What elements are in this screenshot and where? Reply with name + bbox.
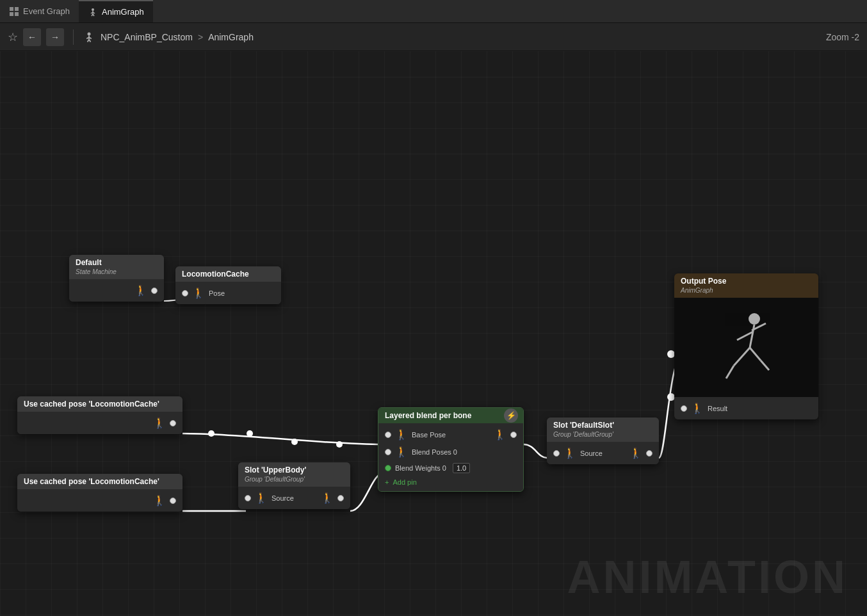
figure-icon: 🚶 — [192, 287, 205, 299]
node-use-cached-2-header: Use cached pose 'LocomotionCache' — [17, 474, 182, 489]
node-slot-upperbody-body: 🚶 Source 🚶 — [238, 487, 350, 509]
blend-weights-label: Blend Weights 0 — [395, 464, 446, 472]
base-pose-label: Base Pose — [412, 431, 446, 439]
svg-point-4 — [92, 8, 94, 11]
forward-button[interactable]: → — [46, 28, 64, 46]
node-slot-default[interactable]: Slot 'DefaultSlot' Group 'DefaultGroup' … — [547, 417, 659, 464]
input-pin[interactable] — [245, 495, 251, 501]
svg-point-17 — [247, 430, 253, 437]
node-slot-upperbody-subtitle: Group 'DefaultGroup' — [245, 476, 305, 483]
figure-icon-out: 🚶 — [494, 428, 506, 441]
node-use-cached-1-header: Use cached pose 'LocomotionCache' — [17, 396, 182, 412]
blend-poses-input-pin[interactable] — [385, 449, 391, 455]
svg-line-26 — [734, 348, 750, 366]
output-pin[interactable] — [646, 450, 652, 457]
node-slot-upperbody[interactable]: Slot 'UpperBody' Group 'DefaultGroup' 🚶 … — [238, 462, 350, 509]
node-layered-blend-blend-poses-pin: 🚶 Blend Poses 0 — [378, 443, 523, 460]
tab-event-graph-label: Event Graph — [23, 6, 70, 16]
figure-icon: 🚶 — [691, 402, 704, 414]
svg-line-23 — [750, 325, 754, 348]
result-input-pin[interactable] — [681, 405, 687, 412]
node-slot-default-body: 🚶 Source 🚶 — [547, 442, 659, 464]
node-slot-default-source-pin: 🚶 Source 🚶 — [547, 444, 659, 462]
svg-rect-2 — [10, 12, 13, 16]
node-default-output-pin: 🚶 — [69, 282, 164, 299]
node-use-cached-1-title: Use cached pose 'LocomotionCache' — [24, 400, 159, 409]
output-pin[interactable] — [337, 495, 344, 501]
node-output-pose[interactable]: Output Pose AnimGraph — [674, 273, 818, 419]
blueprint-icon — [83, 31, 95, 44]
tab-anim-graph[interactable]: AnimGraph — [79, 0, 153, 22]
node-use-cached-2-body: 🚶 — [17, 489, 182, 512]
output-pin[interactable] — [170, 498, 176, 504]
svg-point-10 — [88, 32, 91, 35]
blend-weights-input-pin[interactable] — [385, 465, 391, 471]
add-pin-button[interactable]: + Add pin — [378, 476, 523, 489]
figure-icon: 🚶 — [134, 284, 147, 296]
node-output-pose-header: Output Pose AnimGraph — [674, 273, 818, 298]
anim-graph-canvas[interactable]: Default State Machine 🚶 LocomotionCache … — [0, 51, 867, 616]
divider — [73, 29, 74, 45]
breadcrumb-separator: > — [198, 32, 203, 42]
node-output-pose-title: Output Pose — [681, 277, 726, 286]
anim-icon — [88, 7, 98, 17]
add-pin-label: Add pin — [393, 478, 416, 486]
node-output-pose-body: 🚶 Result — [674, 397, 818, 419]
figure-icon-out: 🚶 — [629, 447, 642, 459]
node-layered-blend-base-pose-pin: 🚶 Base Pose 🚶 — [378, 426, 523, 443]
svg-line-28 — [750, 348, 761, 361]
result-label: Result — [708, 405, 727, 412]
base-pose-input-pin[interactable] — [385, 432, 391, 438]
node-locomotion-cache-body: 🚶 Pose — [175, 282, 281, 304]
node-default-subtitle: State Machine — [76, 268, 117, 275]
breadcrumb-blueprint[interactable]: NPC_AnimBP_Custom — [101, 32, 193, 42]
node-layered-blend-per-bone[interactable]: Layered blend per bone ⚡ 🚶 Base Pose 🚶 🚶… — [378, 407, 524, 492]
svg-rect-3 — [15, 12, 19, 16]
blend-weights-value[interactable]: 1.0 — [453, 463, 470, 473]
node-slot-upperbody-source-pin: 🚶 Source 🚶 — [238, 489, 350, 507]
tab-anim-graph-label: AnimGraph — [102, 7, 144, 17]
input-pin[interactable] — [182, 290, 188, 296]
node-default-title: Default — [76, 258, 102, 267]
output-pin[interactable] — [151, 288, 158, 294]
node-use-cached-1-pin: 🚶 — [17, 414, 182, 432]
output-pin[interactable] — [170, 420, 176, 426]
node-slot-upperbody-header: Slot 'UpperBody' Group 'DefaultGroup' — [238, 462, 350, 487]
favorite-button[interactable]: ☆ — [8, 30, 18, 44]
figure-icon: 🚶 — [153, 494, 166, 507]
svg-line-9 — [93, 14, 94, 16]
node-default-state-machine[interactable]: Default State Machine 🚶 — [69, 255, 164, 302]
add-pin-plus: + — [385, 478, 389, 486]
node-layered-blend-title: Layered blend per bone — [385, 411, 471, 420]
input-pin[interactable] — [553, 450, 560, 457]
figure-icon: 🚶 — [255, 492, 268, 504]
node-use-cached-2-title: Use cached pose 'LocomotionCache' — [24, 477, 159, 486]
zoom-label: Zoom -2 — [826, 32, 859, 42]
node-locomotion-cache-title: LocomotionCache — [182, 270, 249, 279]
output-pin[interactable] — [510, 432, 517, 438]
node-use-cached-1-body: 🚶 — [17, 412, 182, 434]
node-use-cached-pose-2[interactable]: Use cached pose 'LocomotionCache' 🚶 — [17, 474, 182, 512]
animation-watermark: ANIMATION — [567, 551, 848, 603]
node-slot-default-header: Slot 'DefaultSlot' Group 'DefaultGroup' — [547, 417, 659, 442]
breadcrumb-current: AnimGraph — [208, 32, 254, 42]
tab-bar: Event Graph AnimGraph — [0, 0, 867, 23]
node-slot-upperbody-title: Slot 'UpperBody' — [245, 466, 306, 474]
svg-point-19 — [336, 441, 343, 448]
node-slot-default-subtitle: Group 'DefaultGroup' — [553, 431, 613, 438]
figure-icon: 🚶 — [395, 428, 408, 441]
lightning-badge: ⚡ — [504, 409, 518, 423]
grid-icon — [9, 6, 19, 17]
tab-event-graph[interactable]: Event Graph — [0, 0, 79, 22]
back-button[interactable]: ← — [23, 28, 41, 46]
svg-line-27 — [726, 366, 734, 378]
node-locomotion-cache[interactable]: LocomotionCache 🚶 Pose — [175, 266, 281, 304]
node-layered-blend-body: 🚶 Base Pose 🚶 🚶 Blend Poses 0 Blend Weig… — [378, 423, 523, 491]
running-figure-svg — [715, 309, 779, 386]
node-use-cached-pose-1[interactable]: Use cached pose 'LocomotionCache' 🚶 — [17, 396, 182, 434]
output-pose-preview — [674, 298, 818, 397]
figure-icon-out: 🚶 — [321, 492, 334, 504]
node-layered-blend-header: Layered blend per bone ⚡ — [378, 408, 523, 423]
node-slot-default-title: Slot 'DefaultSlot' — [553, 421, 614, 430]
svg-rect-1 — [15, 7, 19, 11]
